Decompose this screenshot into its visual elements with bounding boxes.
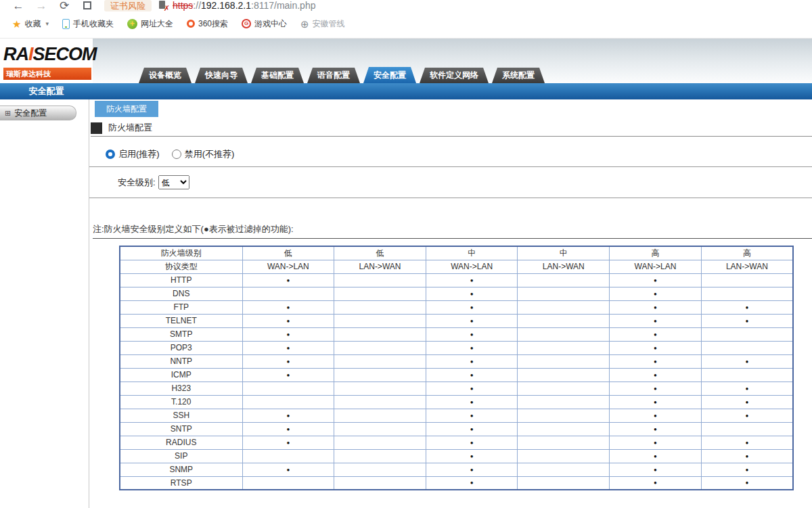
header-label-cell: 防火墙级别 xyxy=(120,246,242,260)
dot-cell xyxy=(518,395,610,409)
url-path: :8117/main.php xyxy=(251,0,315,11)
tab-sdn[interactable]: 软件定义网络 xyxy=(420,68,489,83)
dot-cell: ● xyxy=(426,449,518,463)
protocol-cell: SIP xyxy=(120,449,242,463)
tab-device-overview[interactable]: 设备概览 xyxy=(139,68,191,83)
header-cell: 低 xyxy=(242,246,334,260)
dot-cell xyxy=(518,436,610,449)
home-button[interactable] xyxy=(83,1,91,9)
back-button[interactable]: ← xyxy=(7,0,30,11)
dot-cell: ● xyxy=(242,436,334,449)
dot-cell xyxy=(334,368,426,382)
plus-circle-icon: + xyxy=(127,19,137,29)
tab-security-config[interactable]: 安全配置 xyxy=(363,67,416,83)
radio-disable[interactable]: 禁用(不推荐) xyxy=(172,148,235,160)
table-row: SSH●●●● xyxy=(120,409,793,422)
header-cell: 中 xyxy=(426,246,518,260)
dot-cell: ● xyxy=(242,354,334,368)
bookmark-favorites[interactable]: ★ 收藏 ▾ xyxy=(7,18,54,30)
certificate-risk-badge[interactable]: 证书风险 xyxy=(104,0,152,11)
header-cell: LAN->WAN xyxy=(334,260,426,273)
dot-cell: ● xyxy=(610,409,702,422)
dot-cell xyxy=(334,300,426,314)
dot-cell xyxy=(701,273,793,287)
tab-voice-config[interactable]: 语音配置 xyxy=(307,68,360,83)
protocol-cell: TELNET xyxy=(120,314,242,327)
dot-cell xyxy=(242,476,334,490)
dot-cell xyxy=(334,449,426,463)
firewall-level-note: 注:防火墙安全级别定义如下(●表示被过滤掉的功能): xyxy=(93,223,812,239)
dot-cell: ● xyxy=(426,341,518,354)
dot-cell xyxy=(242,287,334,300)
protocol-cell: SMTP xyxy=(120,327,242,341)
main-nav-tabs: 设备概览 快速向导 基础配置 语音配置 安全配置 软件定义网络 系统配置 xyxy=(139,67,545,83)
firewall-section-header: 防火墙配置 xyxy=(91,122,812,137)
dot-cell: ● xyxy=(610,341,702,354)
bookmark-anhui[interactable]: ⊕ 安徽管线 xyxy=(295,18,351,30)
divider xyxy=(89,198,812,198)
url-protocol: https xyxy=(173,0,193,11)
bookmark-site-directory[interactable]: + 网址大全 xyxy=(122,18,179,30)
protocol-cell: FTP xyxy=(120,300,242,314)
firewall-table: 防火墙级别低低中中高高协议类型WAN->LANLAN->WANWAN->LANL… xyxy=(119,246,794,490)
firewall-table-body: 防火墙级别低低中中高高协议类型WAN->LANLAN->WANWAN->LANL… xyxy=(120,246,793,490)
dot-cell xyxy=(701,341,793,354)
radio-disable-input[interactable] xyxy=(172,149,181,159)
dot-cell: ● xyxy=(610,314,702,327)
security-level-select[interactable]: 低 xyxy=(158,175,189,189)
dot-cell: ● xyxy=(610,422,702,436)
table-row: NNTP●●●● xyxy=(120,354,793,368)
tab-system-config[interactable]: 系统配置 xyxy=(492,68,545,83)
dot-cell xyxy=(334,273,426,287)
header-cell: 中 xyxy=(518,246,610,260)
protocol-cell: POP3 xyxy=(120,341,242,354)
logo-wordmark: RAISECOM xyxy=(3,41,93,67)
header-cell: LAN->WAN xyxy=(701,260,793,273)
dot-cell: ● xyxy=(701,436,793,449)
dot-cell: ● xyxy=(610,327,702,341)
dot-cell: ● xyxy=(242,341,334,354)
dot-cell xyxy=(518,382,610,395)
dot-cell xyxy=(518,300,610,314)
main-content: 防火墙配置 防火墙配置 启用(推荐) 禁用(不推荐) 安全级别: 低 注:防火墙… xyxy=(89,99,812,508)
header-cell: 高 xyxy=(701,246,793,260)
radio-enable-input[interactable] xyxy=(106,149,115,159)
dot-cell xyxy=(518,368,610,382)
dot-cell xyxy=(518,463,610,476)
browser-nav-row: ← → ⟳ 证书风险 ✗ https://192.168.2.1:8117/ma… xyxy=(0,0,812,15)
chevron-down-icon[interactable]: ▾ xyxy=(45,20,49,27)
address-bar[interactable]: 证书风险 ✗ https://192.168.2.1:8117/main.php xyxy=(104,0,315,11)
refresh-button[interactable]: ⟳ xyxy=(53,0,76,11)
dot-cell: ● xyxy=(610,300,702,314)
tab-quick-wizard[interactable]: 快速向导 xyxy=(195,68,248,83)
dot-cell xyxy=(242,395,334,409)
dot-cell xyxy=(701,422,793,436)
header-label-cell: 协议类型 xyxy=(120,260,242,273)
bookmark-game-center[interactable]: G 游戏中心 xyxy=(236,18,292,30)
dot-cell: ● xyxy=(610,354,702,368)
url-text[interactable]: https://192.168.2.1:8117/main.php xyxy=(173,0,315,11)
dot-cell xyxy=(518,341,610,354)
sidebar-item-security-config[interactable]: ⊞ 安全配置 xyxy=(0,106,76,120)
radio-enable[interactable]: 启用(推荐) xyxy=(106,148,160,160)
protocol-cell: DNS xyxy=(120,287,242,300)
subtab-firewall-config[interactable]: 防火墙配置 xyxy=(95,101,158,117)
star-icon: ★ xyxy=(12,19,21,29)
tab-basic-config[interactable]: 基础配置 xyxy=(251,68,304,83)
globe-icon: ⊕ xyxy=(300,19,309,29)
certificate-error-icon: ✗ xyxy=(158,1,168,11)
dot-cell: ● xyxy=(426,476,518,490)
dot-cell xyxy=(518,273,610,287)
bookmark-mobile-favorites[interactable]: 手机收藏夹 xyxy=(57,18,119,30)
dot-cell xyxy=(518,314,610,327)
header-cell: 低 xyxy=(334,246,426,260)
dot-cell: ● xyxy=(610,463,702,476)
expand-icon[interactable]: ⊞ xyxy=(5,106,11,120)
table-row: RADIUS●●●● xyxy=(120,436,793,449)
bookmark-360-search[interactable]: 360搜索 xyxy=(181,18,233,30)
table-row: SNMP●●●● xyxy=(120,463,793,476)
dot-cell: ● xyxy=(242,300,334,314)
dot-cell xyxy=(334,314,426,327)
forward-button[interactable]: → xyxy=(30,0,53,11)
dot-cell: ● xyxy=(701,409,793,422)
